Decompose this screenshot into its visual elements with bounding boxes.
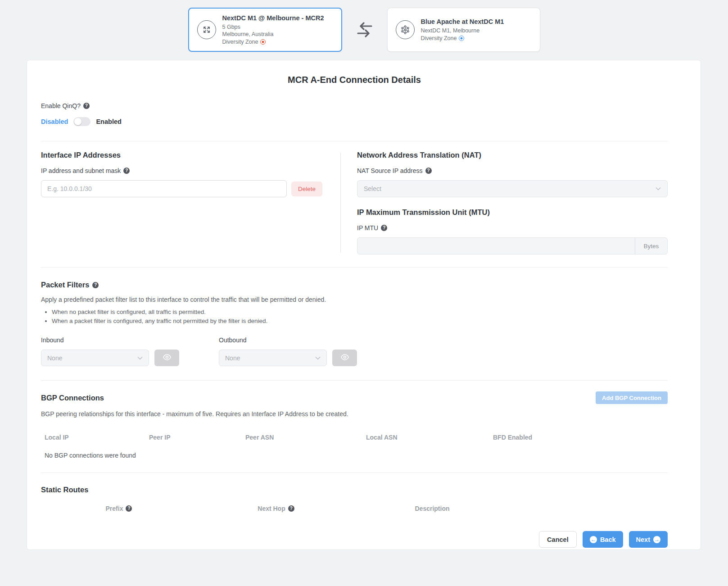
b-end-title: Blue Apache at NextDC M1 bbox=[421, 18, 504, 26]
b-end-card[interactable]: Blue Apache at NextDC M1 NextDC M1, Melb… bbox=[387, 8, 540, 52]
add-bgp-connection-button[interactable]: Add BGP Connection bbox=[596, 391, 668, 404]
a-end-card[interactable]: NextDC M1 @ Melbourne - MCR2 5 Gbps Melb… bbox=[188, 8, 342, 52]
help-icon[interactable]: ? bbox=[83, 103, 90, 109]
help-icon[interactable]: ? bbox=[288, 505, 294, 512]
eye-icon bbox=[340, 353, 349, 363]
sr-col-description: Description bbox=[355, 505, 509, 512]
a-end-title: NextDC M1 @ Melbourne - MCR2 bbox=[222, 14, 324, 23]
chevron-down-icon bbox=[315, 356, 321, 360]
sr-col-prefix: Prefix ? bbox=[41, 505, 197, 512]
ip-address-input[interactable] bbox=[41, 180, 287, 197]
qinq-enabled-label: Enabled bbox=[96, 118, 121, 125]
a-end-speed: 5 Gbps bbox=[222, 23, 324, 31]
sr-col-next-hop: Next Hop ? bbox=[197, 505, 355, 512]
bgp-col-local-asn: Local ASN bbox=[366, 434, 493, 441]
help-icon[interactable]: ? bbox=[126, 505, 132, 512]
help-icon[interactable]: ? bbox=[92, 282, 99, 288]
help-icon[interactable]: ? bbox=[381, 225, 387, 231]
mtu-heading: IP Maximum Transmission Unit (MTU) bbox=[357, 208, 668, 217]
chevron-down-icon bbox=[137, 356, 143, 360]
qinq-toggle[interactable] bbox=[73, 117, 90, 126]
nat-heading: Network Address Translation (NAT) bbox=[357, 151, 668, 159]
outbound-label: Outbound bbox=[219, 336, 357, 344]
bgp-heading: BGP Connections bbox=[41, 394, 104, 402]
nat-source-label: NAT Source IP address ? bbox=[357, 167, 668, 174]
diversity-zone-red-icon bbox=[260, 39, 266, 45]
static-routes-header: Prefix ? Next Hop ? Description bbox=[41, 505, 668, 512]
bullet-item: When no packet filter is configured, all… bbox=[52, 309, 668, 315]
static-routes-heading: Static Routes bbox=[41, 486, 668, 494]
outbound-filter-select[interactable]: None bbox=[219, 350, 327, 366]
qinq-disabled-label: Disabled bbox=[41, 118, 68, 125]
bgp-col-bfd-enabled: BFD Enabled bbox=[493, 434, 532, 441]
packet-filters-description: Apply a predefined packet filter list to… bbox=[41, 296, 668, 303]
ip-mtu-input-group: Bytes bbox=[357, 237, 668, 254]
bgp-col-local-ip: Local IP bbox=[45, 434, 149, 441]
bgp-table-header: Local IP Peer IP Peer ASN Local ASN BFD … bbox=[41, 434, 668, 441]
nat-source-select[interactable]: Select bbox=[357, 180, 668, 197]
view-inbound-filter-button[interactable] bbox=[154, 350, 179, 366]
mcr-icon bbox=[197, 20, 216, 39]
a-end-location: Melbourne, Australia bbox=[222, 31, 324, 38]
inbound-filter-select[interactable]: None bbox=[41, 350, 149, 366]
ip-mtu-label: IP MTU ? bbox=[357, 224, 668, 232]
connection-details-panel: MCR A-End Connection Details Enable QinQ… bbox=[27, 60, 701, 550]
inbound-label: Inbound bbox=[41, 336, 179, 344]
network-mesh-icon bbox=[396, 20, 415, 39]
packet-filters-heading: Packet Filters ? bbox=[41, 281, 668, 289]
divider bbox=[41, 141, 668, 141]
divider bbox=[41, 380, 668, 381]
page-title: MCR A-End Connection Details bbox=[41, 75, 668, 85]
bgp-description: BGP peering relationships for this inter… bbox=[41, 410, 668, 418]
endpoint-header: NextDC M1 @ Melbourne - MCR2 5 Gbps Melb… bbox=[0, 8, 728, 53]
delete-ip-button[interactable]: Delete bbox=[291, 182, 322, 196]
divider bbox=[41, 267, 668, 268]
swap-arrows-icon bbox=[342, 8, 387, 52]
view-outbound-filter-button[interactable] bbox=[332, 350, 357, 366]
back-arrow-icon: ← bbox=[590, 536, 597, 543]
ip-mtu-input[interactable] bbox=[357, 238, 635, 254]
next-arrow-icon: → bbox=[653, 536, 660, 543]
mtu-unit-label: Bytes bbox=[635, 238, 667, 254]
back-button[interactable]: ← Back bbox=[583, 531, 623, 548]
help-icon[interactable]: ? bbox=[425, 168, 432, 174]
help-icon[interactable]: ? bbox=[123, 168, 130, 174]
diversity-zone-blue-icon bbox=[459, 36, 464, 41]
chevron-down-icon bbox=[656, 187, 661, 191]
interface-ip-heading: Interface IP Addresses bbox=[41, 151, 322, 159]
ip-subnet-label: IP address and subnet mask ? bbox=[41, 167, 322, 174]
bgp-col-peer-asn: Peer ASN bbox=[245, 434, 366, 441]
packet-filters-bullets: When no packet filter is configured, all… bbox=[41, 309, 668, 324]
next-button[interactable]: Next → bbox=[629, 531, 668, 548]
eye-icon bbox=[163, 353, 172, 363]
bullet-item: When a packet filter is configured, any … bbox=[52, 318, 668, 324]
bgp-col-peer-ip: Peer IP bbox=[149, 434, 245, 441]
cancel-button[interactable]: Cancel bbox=[539, 531, 577, 548]
b-end-location: NextDC M1, Melbourne bbox=[421, 27, 504, 35]
bgp-empty-state: No BGP connections were found bbox=[41, 452, 668, 459]
b-end-diversity-zone: Diversity Zone bbox=[421, 35, 504, 42]
divider bbox=[41, 472, 668, 473]
qinq-label: Enable QinQ? ? bbox=[41, 102, 668, 109]
a-end-diversity-zone: Diversity Zone bbox=[222, 38, 324, 46]
